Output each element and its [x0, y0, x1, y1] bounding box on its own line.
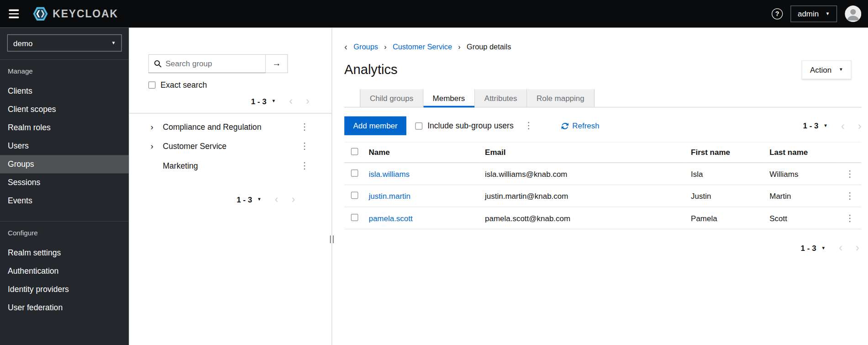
current-realm: demo [13, 38, 32, 47]
add-member-button[interactable]: Add member [344, 117, 406, 135]
group-kebab-icon[interactable]: ⋮ [297, 121, 312, 132]
help-icon[interactable]: ? [772, 8, 783, 19]
group-kebab-icon[interactable]: ⋮ [297, 160, 312, 171]
row-actions-kebab-icon[interactable]: ⋮ [842, 168, 857, 179]
group-link-compliance[interactable]: Compliance and Regulation [163, 122, 297, 131]
members-toolbar: Add member Include sub-group users ⋮ Ref… [344, 117, 861, 135]
pagination-range: 1 - 3 [801, 244, 816, 252]
manage-nav-list: Clients Client scopes Realm roles Users … [0, 82, 129, 210]
row-checkbox[interactable] [351, 169, 358, 176]
realm-selector[interactable]: demo ▼ [7, 34, 122, 52]
chevron-down-icon: ▼ [823, 123, 828, 128]
tab-attributes[interactable]: Attributes [475, 89, 527, 107]
exact-search-label: Exact search [161, 80, 207, 89]
sidebar-item-identity-providers[interactable]: Identity providers [0, 280, 129, 298]
search-group-input[interactable] [149, 55, 265, 73]
search-submit-button[interactable]: → [266, 54, 288, 73]
member-first-name: Pamela [686, 207, 765, 229]
breadcrumb-groups-link[interactable]: Groups [353, 42, 378, 51]
member-last-name: Martin [765, 185, 838, 207]
group-details-page: ‹ Groups › Customer Service › Group deta… [332, 28, 868, 345]
sidebar-item-users[interactable]: Users [0, 137, 129, 155]
column-header-name: Name [364, 142, 481, 163]
next-page-button[interactable]: › [306, 96, 310, 106]
table-row: justin.martin justin.martin@knab.com Jus… [344, 185, 861, 207]
chevron-down-icon: ▼ [111, 41, 116, 45]
member-name-link[interactable]: justin.martin [368, 191, 410, 200]
sidebar-item-events[interactable]: Events [0, 191, 129, 210]
tab-role-mapping[interactable]: Role mapping [527, 89, 594, 107]
row-checkbox[interactable] [351, 213, 358, 221]
tab-child-groups[interactable]: Child groups [360, 89, 423, 107]
sidebar-item-clients[interactable]: Clients [0, 82, 129, 100]
exact-search-checkbox[interactable]: Exact search [148, 80, 331, 89]
include-subgroups-checkbox[interactable]: Include sub-group users [415, 122, 513, 130]
expand-chevron-icon[interactable]: › [151, 141, 163, 151]
expand-chevron-icon[interactable]: › [151, 122, 163, 132]
breadcrumb-customer-service-link[interactable]: Customer Service [393, 42, 452, 51]
group-kebab-icon[interactable]: ⋮ [297, 140, 312, 151]
chevron-down-icon: ▼ [826, 11, 830, 16]
nav-toggle-button[interactable] [8, 7, 20, 20]
breadcrumb: ‹ Groups › Customer Service › Group deta… [344, 42, 861, 52]
keycloak-logo[interactable]: KEYCLOAK [32, 5, 118, 22]
row-checkbox[interactable] [351, 191, 358, 199]
per-page-toggle[interactable]: 1 - 3 ▼ [237, 195, 261, 203]
member-last-name: Williams [765, 163, 838, 185]
action-dropdown-button[interactable]: Action ▼ [802, 60, 852, 79]
next-page-button[interactable]: › [292, 194, 295, 204]
group-tree-item: Marketing ⋮ [151, 156, 312, 175]
breadcrumb-separator-icon: › [458, 42, 460, 51]
search-icon [154, 60, 162, 69]
refresh-button[interactable]: Refresh [561, 122, 600, 130]
sidebar-item-authentication[interactable]: Authentication [0, 262, 129, 280]
toolbar-kebab-icon[interactable]: ⋮ [521, 120, 536, 131]
member-name-link[interactable]: pamela.scott [368, 213, 412, 222]
row-actions-kebab-icon[interactable]: ⋮ [842, 212, 857, 223]
sidebar-item-client-scopes[interactable]: Client scopes [0, 100, 129, 118]
select-all-checkbox[interactable] [351, 148, 358, 155]
group-search: → [148, 54, 288, 73]
row-actions-kebab-icon[interactable]: ⋮ [842, 190, 857, 201]
per-page-toggle[interactable]: 1 - 3 ▼ [803, 122, 827, 130]
tab-members[interactable]: Members [423, 89, 475, 107]
panel-resize-handle[interactable] [330, 235, 334, 243]
sidebar-item-groups[interactable]: Groups [0, 155, 129, 173]
chevron-left-icon[interactable]: ‹ [344, 42, 347, 52]
previous-page-button[interactable]: ‹ [839, 243, 842, 253]
include-subgroups-label: Include sub-group users [427, 122, 514, 130]
sidebar-item-sessions[interactable]: Sessions [0, 173, 129, 191]
members-pagination-bottom: 1 - 3 ▼ ‹ › [344, 243, 861, 253]
per-page-toggle[interactable]: 1 - 3 ▼ [251, 97, 276, 106]
sidebar-item-realm-settings[interactable]: Realm settings [0, 244, 129, 262]
next-page-button[interactable]: › [858, 121, 862, 131]
previous-page-button[interactable]: ‹ [841, 121, 845, 131]
action-label: Action [810, 65, 831, 74]
arrow-right-icon: → [272, 59, 281, 69]
group-link-marketing[interactable]: Marketing [163, 161, 297, 170]
previous-page-button[interactable]: ‹ [275, 194, 279, 204]
sidebar: demo ▼ Manage Clients Client scopes Real… [0, 28, 129, 345]
member-name-link[interactable]: isla.williams [368, 169, 410, 178]
column-header-first-name: First name [686, 142, 765, 163]
refresh-label: Refresh [572, 122, 599, 130]
groups-tree-panel: → Exact search 1 - 3 ▼ ‹ › › Co [129, 28, 332, 345]
members-pagination-top: 1 - 3 ▼ ‹ › [803, 121, 861, 131]
refresh-icon [561, 122, 568, 129]
checkbox-box [415, 122, 422, 129]
user-menu-dropdown[interactable]: admin ▼ [790, 5, 837, 22]
table-row: isla.williams isla.williams@knab.com Isl… [344, 163, 861, 185]
table-header-row: Name Email First name Last name [344, 142, 861, 163]
previous-page-button[interactable]: ‹ [289, 96, 293, 106]
next-page-button[interactable]: › [856, 243, 859, 253]
page-title: Analytics [344, 62, 397, 78]
member-last-name: Scott [765, 207, 838, 229]
group-tree-list: › Compliance and Regulation ⋮ › Customer… [129, 114, 331, 175]
per-page-toggle[interactable]: 1 - 3 ▼ [801, 244, 826, 252]
masthead-right: ? admin ▼ [772, 5, 861, 22]
group-link-customer-service[interactable]: Customer Service [163, 142, 297, 150]
avatar [845, 5, 861, 22]
configure-nav-list: Realm settings Authentication Identity p… [0, 244, 129, 317]
sidebar-item-realm-roles[interactable]: Realm roles [0, 118, 129, 137]
sidebar-item-user-federation[interactable]: User federation [0, 298, 129, 317]
